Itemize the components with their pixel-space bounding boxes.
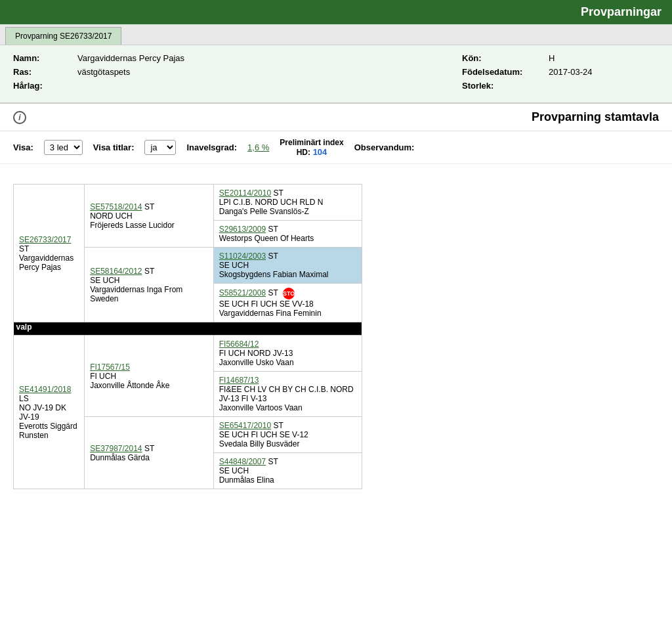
kon-value: H: [549, 53, 555, 63]
gp8-cell: S44848/2007 ST SE UCH Dunmålas Elina: [213, 453, 362, 489]
valp-label: valp: [14, 322, 32, 332]
header-title: Provparningar: [581, 5, 662, 18]
parent1-reg2[interactable]: SE57518/2014: [90, 202, 142, 211]
gp4-name2: Vargaviddernas Fina Feminin: [219, 309, 322, 318]
namn-value: Vargaviddernas Percy Pajas: [77, 53, 462, 63]
pedigree-header: i Provparning stamtavla: [0, 104, 672, 131]
gp5-reg[interactable]: FI56684/12: [219, 339, 259, 349]
visa-titlar-select[interactable]: ja nej: [144, 140, 176, 155]
gp3-reg2[interactable]: S11024/2003: [219, 252, 266, 261]
gp1-title2: LPI C.I.B. NORD UCH RLD N: [219, 198, 324, 207]
gp1-reg2[interactable]: SE20114/2010: [219, 188, 271, 198]
info-row-harlag: Hårlag: Storlek:: [13, 81, 659, 91]
subject2-cell: SE41491/2018 LS NO JV-19 DK JV-19 Everot…: [14, 336, 85, 489]
parent3-cell: FI17567/15 FI UCH Jaxonville Åttonde Åke: [85, 336, 214, 417]
hd-value: 104: [313, 147, 327, 157]
p4-name: Dunmålas Gärda: [90, 453, 150, 462]
gp2-cell2: S29613/2009 ST Westorps Queen Of Hearts: [213, 221, 362, 248]
gp7-title: SE UCH FI UCH SE V-12: [219, 430, 308, 439]
controls-bar: Visa: 3 led 4 led Visa titlar: ja nej In…: [0, 131, 672, 164]
subject-suffix: ST: [19, 244, 29, 253]
fodelsedatum-label: Födelsedatum:: [462, 67, 541, 77]
pedigree-title: Provparning stamtavla: [532, 110, 659, 124]
parent2-reg2[interactable]: SE58164/2012: [90, 267, 142, 276]
gp7-reg[interactable]: SE65417/2010: [219, 421, 271, 430]
prelim-index-label: Preliminärt index: [280, 138, 343, 147]
p2-title: SE UCH: [90, 276, 119, 285]
parent3-reg[interactable]: FI17567/15: [90, 362, 130, 372]
harlag-label: Hårlag:: [13, 81, 72, 91]
gp8-reg[interactable]: S44848/2007: [219, 457, 266, 466]
observandum-label: Observandum:: [354, 142, 415, 152]
stop-icon: STOP: [283, 288, 295, 299]
gp4-cell2: S58521/2008 ST STOP SE UCH FI UCH SE VV-…: [213, 284, 362, 322]
pedigree-container: [0, 164, 672, 177]
visa-titlar-label: Visa titlar:: [93, 142, 135, 152]
gp4-reg2[interactable]: S58521/2008: [219, 288, 266, 297]
parent4-reg[interactable]: SE37987/2014: [90, 444, 142, 453]
parent2-cell2: SE58164/2012 ST SE UCH Vargaviddernas In…: [85, 248, 214, 322]
fodelsedatum-value: 2017-03-24: [549, 67, 593, 77]
dog-info-section: Namn: Vargaviddernas Percy Pajas Kön: H …: [0, 45, 672, 104]
gp3-title2: SE UCH: [219, 261, 249, 270]
gp6-name: Jaxonville Vartoos Vaan: [219, 403, 303, 412]
parent4-cell: SE37987/2014 ST Dunmålas Gärda: [85, 417, 214, 489]
tabs-bar: Provparning SE26733/2017: [0, 24, 672, 45]
s2-name: Everotts Siggärd Runsten: [19, 422, 77, 440]
pedigree-main: SE26733/2017 ST Vargaviddernas Percy Paj…: [0, 177, 672, 496]
index-block: Preliminärt index HD: 104: [280, 138, 343, 157]
black-bar-row: valp: [14, 322, 659, 336]
gp4-title2: SE UCH FI UCH SE VV-18: [219, 299, 314, 309]
gp5-name: Jaxonville Usko Vaan: [219, 358, 294, 367]
gp8-title: SE UCH: [219, 466, 249, 475]
p3-name: Jaxonville Åttonde Åke: [90, 381, 169, 390]
info-row-ras: Ras: västgötaspets Födelsedatum: 2017-03…: [13, 67, 659, 77]
ras-label: Ras:: [13, 67, 72, 77]
gp6-reg[interactable]: FI14687/13: [219, 376, 259, 385]
gp5-title: FI UCH NORD JV-13: [219, 349, 293, 358]
parent1-cell2: SE57518/2014 ST NORD UCH Fröjereds Lasse…: [85, 185, 214, 248]
info-row-namn: Namn: Vargaviddernas Percy Pajas Kön: H: [13, 53, 659, 63]
info-icon[interactable]: i: [13, 111, 26, 124]
gp7-name: Svedala Billy Busväder: [219, 439, 300, 449]
p1-name: Fröjereds Lasse Lucidor: [90, 221, 175, 230]
gp6-cell: FI14687/13 FI&EE CH LV CH BY CH C.I.B. N…: [213, 372, 362, 417]
visa-select[interactable]: 3 led 4 led: [44, 140, 83, 155]
hd-label: HD:: [297, 148, 310, 157]
p2-name: Vargaviddernas Inga From Sweden: [90, 285, 182, 303]
inavelsgrad-value[interactable]: 1,6 %: [247, 142, 269, 152]
gp3-cell2: S11024/2003 ST SE UCH Skogsbygdens Fabia…: [213, 248, 362, 284]
pedigree-main-table: SE26733/2017 ST Vargaviddernas Percy Paj…: [13, 184, 659, 489]
subject-name: Vargaviddernas Percy Pajas: [19, 253, 74, 272]
gp5-cell: FI56684/12 FI UCH NORD JV-13 Jaxonville …: [213, 336, 362, 372]
gp6-title: FI&EE CH LV CH BY CH C.I.B. NORD JV-13 F…: [219, 385, 354, 403]
p3-title: FI UCH: [90, 372, 116, 381]
visa-label: Visa:: [13, 142, 33, 152]
gp8-name: Dunmålas Elina: [219, 475, 274, 485]
header-bar: Provparningar: [0, 0, 672, 24]
gp2-name2: Westorps Queen Of Hearts: [219, 234, 314, 243]
inavelsgrad-label: Inavelsgrad:: [186, 142, 237, 152]
subject2-reg[interactable]: SE41491/2018: [19, 385, 71, 394]
gp1-name2: Danga's Pelle Svanslös-Z: [219, 207, 309, 216]
kon-label: Kön:: [462, 53, 541, 63]
tab-provparning[interactable]: Provparning SE26733/2017: [5, 27, 121, 45]
storlek-label: Storlek:: [462, 81, 541, 91]
p1-title: NORD UCH: [90, 211, 133, 221]
s2-title: NO JV-19 DK JV-19: [19, 403, 66, 422]
namn-label: Namn:: [13, 53, 72, 63]
subject-reg-link[interactable]: SE26733/2017: [19, 235, 71, 244]
subject-cell: SE26733/2017 ST Vargaviddernas Percy Paj…: [14, 185, 85, 322]
gp1-cell2: SE20114/2010 ST LPI C.I.B. NORD UCH RLD …: [213, 185, 362, 221]
gp7-cell: SE65417/2010 ST SE UCH FI UCH SE V-12 Sv…: [213, 417, 362, 453]
gp3-name2: Skogsbygdens Fabian Maximal: [219, 270, 329, 279]
gp2-reg2[interactable]: S29613/2009: [219, 225, 266, 234]
ras-value: västgötaspets: [77, 67, 462, 77]
